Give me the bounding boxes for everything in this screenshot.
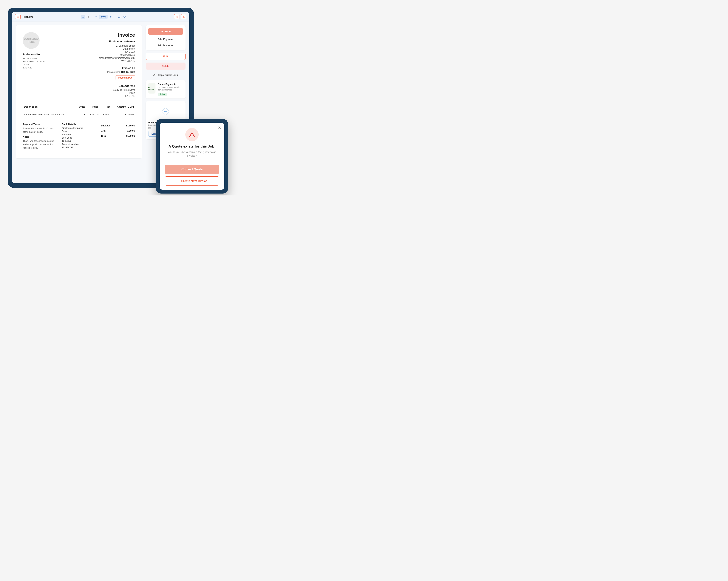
online-payments-heading: Online Payments bbox=[158, 83, 183, 85]
edit-button[interactable]: Edit bbox=[146, 53, 185, 60]
download-icon bbox=[182, 16, 185, 18]
vat-number: 736445 bbox=[127, 60, 135, 62]
link-icon bbox=[153, 73, 156, 76]
device-frame: Filename 1 / 1 − 80% + bbox=[8, 8, 194, 188]
sort-label: Sort Code bbox=[62, 136, 95, 139]
add-discount-button[interactable]: Add Discount bbox=[148, 41, 183, 48]
invoice-date: Invoice Date Oct 12, 2022 bbox=[99, 71, 135, 73]
to-addr2: Pilton bbox=[23, 63, 45, 66]
send-button[interactable]: Send bbox=[148, 28, 183, 35]
warning-icon bbox=[189, 131, 195, 138]
zoom-out-button[interactable]: − bbox=[94, 15, 99, 19]
from-phone: 07237281911 bbox=[99, 54, 135, 56]
page-current[interactable]: 1 bbox=[81, 15, 85, 19]
expand-icon bbox=[118, 16, 121, 18]
vat-total-value: £20.00 bbox=[127, 129, 135, 132]
online-payments-desc: Let customers pay straight from their in… bbox=[158, 86, 183, 91]
col-price: Price bbox=[86, 103, 100, 110]
vat-row: VAT: 736445 bbox=[99, 60, 135, 62]
page-total: / 1 bbox=[86, 16, 90, 18]
convert-quote-button[interactable]: Convert Quote bbox=[164, 165, 219, 174]
toolbar-center: 1 / 1 − 80% + bbox=[81, 15, 127, 19]
cell-amount: £120.00 bbox=[111, 110, 135, 119]
invoice-document: YOUR LOGO HERE Addressed to Mr John Smit… bbox=[16, 25, 142, 158]
crezco-logo: ◆ crezco bbox=[148, 83, 155, 94]
modal-title: A Quote exists for this Job! bbox=[164, 144, 219, 149]
from-postcode: EX1 1EX bbox=[99, 51, 135, 53]
col-amount: Amount (GBP) bbox=[111, 103, 135, 110]
cell-desc: Annual boier service and landlords gas bbox=[23, 110, 76, 119]
job-postcode: EX1 1XE bbox=[99, 95, 135, 97]
cell-price: £100.00 bbox=[86, 110, 100, 119]
payment-due-badge: Payment Due bbox=[115, 75, 135, 80]
modal-close-button[interactable] bbox=[218, 126, 221, 131]
close-icon bbox=[218, 126, 221, 129]
logo-placeholder: YOUR LOGO HERE bbox=[23, 32, 40, 49]
to-postcode: EX1 XE1 bbox=[23, 66, 45, 69]
cell-units: 1 bbox=[76, 110, 86, 119]
modal-device-frame: A Quote exists for this Job! Would you l… bbox=[156, 119, 228, 194]
job-address-heading: Job Address bbox=[99, 84, 135, 87]
menu-icon bbox=[17, 16, 19, 18]
logo-text: YOUR LOGO HERE bbox=[23, 37, 40, 43]
quote-exists-modal: A Quote exists for this Job! Would you l… bbox=[160, 123, 224, 190]
print-icon bbox=[176, 16, 178, 18]
invoice-title: Invoice bbox=[99, 32, 135, 38]
job-addr2: Pilton bbox=[99, 92, 135, 94]
bank-holder: Firstname lastname bbox=[62, 127, 83, 129]
vat-label: VAT bbox=[121, 60, 126, 62]
col-units: Units bbox=[76, 103, 86, 110]
toolbar-right bbox=[174, 14, 186, 19]
pdf-toolbar: Filename 1 / 1 − 80% + bbox=[12, 12, 189, 22]
subtotal-label: Subtotal: bbox=[101, 124, 110, 127]
terms-text: Payment is due within 14 days of the dat… bbox=[23, 127, 56, 134]
copy-link-button[interactable]: Copy Public Link bbox=[146, 72, 185, 78]
cell-vat: £20.00 bbox=[100, 110, 111, 119]
table-row: Annual boier service and landlords gas 1… bbox=[23, 110, 135, 119]
delete-button[interactable]: Delete bbox=[146, 62, 185, 70]
bank-heading: Bank Details bbox=[62, 123, 95, 126]
fullscreen-button[interactable] bbox=[117, 15, 122, 19]
online-payments-card: ◆ crezco Online Payments Let customers p… bbox=[146, 80, 185, 99]
rotate-icon bbox=[123, 16, 126, 18]
acct-number: 123456789 bbox=[62, 146, 73, 149]
rotate-button[interactable] bbox=[122, 15, 127, 19]
menu-button[interactable] bbox=[15, 14, 21, 19]
divider bbox=[115, 15, 115, 19]
job-addr1: 10, Nine Acres Drive bbox=[99, 89, 135, 91]
from-name: Firstname Lastname bbox=[99, 40, 135, 43]
zoom-in-button[interactable]: + bbox=[108, 15, 113, 19]
subtotal-value: £120.00 bbox=[126, 124, 135, 127]
create-new-invoice-button[interactable]: Create New Invoice bbox=[164, 176, 219, 185]
line-items-table: Description Units Price Vat Amount (GBP)… bbox=[23, 103, 135, 119]
notes-heading: Notes bbox=[23, 135, 56, 138]
from-email: email@softwareworksforyou.co.uk bbox=[99, 57, 135, 59]
from-addr2: Exampleton bbox=[99, 48, 135, 50]
divider bbox=[164, 161, 219, 161]
terms-heading: Payment Terms bbox=[23, 123, 56, 126]
acct-label: Account Number bbox=[62, 143, 95, 146]
notes-text: Thank you for choosing us and we hope yo… bbox=[23, 140, 56, 150]
download-button[interactable] bbox=[181, 14, 186, 19]
total-label: Total: bbox=[101, 134, 107, 137]
modal-body: Would you like to convert the Quote to a… bbox=[164, 150, 219, 158]
invoice-number: Invoice #1 bbox=[99, 67, 135, 70]
vat-total-label: VAT: bbox=[101, 129, 106, 132]
to-name: Mr John Smith bbox=[23, 57, 45, 60]
zoom-level[interactable]: 80% bbox=[99, 15, 108, 19]
bank-name: NatWest bbox=[62, 133, 71, 136]
total-value: £120.00 bbox=[126, 134, 135, 137]
invoice-footer: Payment Terms Payment is due within 14 d… bbox=[23, 123, 135, 152]
print-button[interactable] bbox=[174, 14, 179, 19]
col-vat: Vat bbox=[100, 103, 111, 110]
send-icon bbox=[160, 30, 163, 33]
sort-code: 12-34-56 bbox=[62, 140, 71, 143]
to-addr1: 10, Nine Acres Drive bbox=[23, 60, 45, 63]
bank-label: Bank: bbox=[62, 130, 95, 133]
add-payment-button[interactable]: Add Payment bbox=[148, 35, 183, 41]
plus-icon bbox=[177, 179, 180, 182]
warning-icon-circle bbox=[185, 128, 199, 141]
filename-label: Filename bbox=[23, 16, 33, 18]
from-addr1: 1. Example Street bbox=[99, 45, 135, 47]
col-description: Description bbox=[23, 103, 76, 110]
